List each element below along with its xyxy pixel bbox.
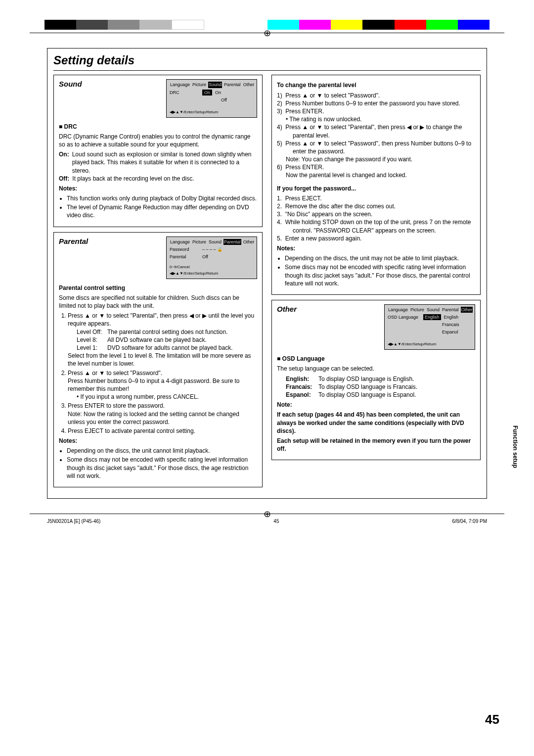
parental-steps: Press ▲ or ▼ to select "Parental", then …	[59, 312, 257, 435]
pcs-head: Parental control setting	[59, 284, 125, 291]
sound-section: Sound Language Picture Sound Parental Ot…	[53, 75, 263, 227]
content-frame: Setting details Sound Language Picture S…	[47, 48, 487, 499]
other-heading: Other	[277, 304, 297, 314]
parental-osd: Language Picture Sound Parental Other Pa…	[166, 236, 257, 279]
registration-line: ⊕	[30, 33, 504, 33]
sound-osd: Language Picture Sound Parental Other DR…	[166, 79, 257, 117]
page-number: 45	[485, 711, 499, 728]
parental-heading: Parental	[59, 236, 88, 246]
registration-line-bottom: ⊕	[30, 514, 504, 514]
manual-page: ⊕ Setting details Sound Language Picture	[0, 0, 534, 756]
sound-heading: Sound	[59, 79, 82, 89]
parental-section: Parental Language Picture Sound Parental…	[53, 232, 263, 487]
drc-subhead: ■ DRC	[59, 123, 77, 130]
drc-body: DRC (Dynamic Range Control) enables you …	[59, 133, 257, 148]
title-rule	[53, 70, 481, 71]
registration-mark-icon: ⊕	[264, 27, 271, 39]
other-section: Other Language Picture Sound Parental Ot…	[271, 300, 481, 460]
side-tab: Function setup	[511, 425, 519, 468]
right-column: To change the parental level 1) Press ▲ …	[271, 75, 481, 492]
page-title: Setting details	[53, 52, 481, 68]
other-osd: Language Picture Sound Parental Other OS…	[384, 304, 475, 350]
registration-mark-icon: ⊕	[264, 508, 271, 520]
left-column: Sound Language Picture Sound Parental Ot…	[53, 75, 263, 492]
change-level-section: To change the parental level 1) Press ▲ …	[271, 75, 481, 295]
